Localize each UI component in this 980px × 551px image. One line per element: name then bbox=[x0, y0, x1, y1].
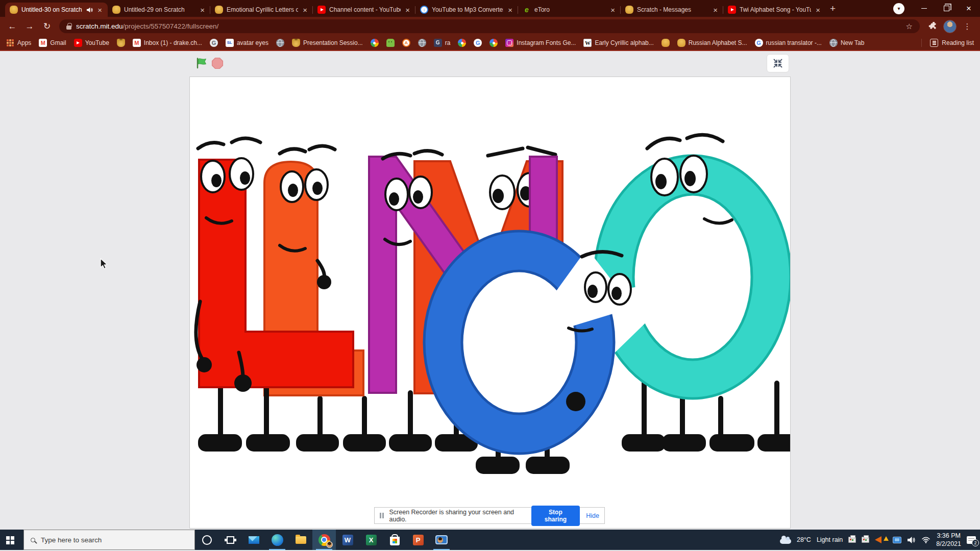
hide-link[interactable]: Hide bbox=[586, 512, 599, 519]
word-app[interactable]: W bbox=[336, 530, 359, 550]
bookmark-creature[interactable] bbox=[386, 39, 395, 47]
edge-app[interactable] bbox=[265, 530, 289, 550]
tab-close-icon[interactable]: × bbox=[302, 6, 308, 14]
weather-desc[interactable]: Light rain bbox=[817, 536, 843, 543]
warning-badge bbox=[884, 536, 889, 541]
store-app[interactable] bbox=[383, 530, 406, 550]
bookmark-google[interactable] bbox=[210, 39, 218, 47]
lock-icon[interactable] bbox=[66, 26, 71, 30]
reload-button[interactable]: ↻ bbox=[40, 19, 54, 34]
bookmark-instagram-fonts[interactable]: Instagram Fonts Ge... bbox=[505, 39, 576, 47]
bookmark-label: Presentation Sessio... bbox=[303, 39, 363, 46]
bookmark-russian-translator[interactable]: russian translator -... bbox=[755, 39, 822, 47]
tab-etoro[interactable]: eToro × bbox=[518, 3, 621, 17]
browser-menu-icon[interactable]: ⋮ bbox=[960, 19, 975, 34]
file-explorer-app[interactable] bbox=[289, 530, 312, 550]
excel-app[interactable]: X bbox=[359, 530, 383, 550]
windows-logo-icon bbox=[6, 536, 10, 540]
tab-title: YouTube to Mp3 Converter bbox=[432, 6, 503, 13]
tab-twi-alphabet[interactable]: Twi Alphabet Song - YouTu × bbox=[723, 3, 826, 17]
bookmark-inbox[interactable]: Inbox (1) - drake.ch... bbox=[133, 39, 202, 47]
display-settings-icon[interactable] bbox=[893, 537, 901, 543]
tab-audio-icon[interactable] bbox=[86, 7, 93, 13]
green-creature-icon bbox=[386, 39, 395, 47]
extensions-puzzle-icon[interactable] bbox=[925, 19, 940, 34]
start-button[interactable] bbox=[0, 530, 23, 550]
media-controls-button[interactable]: ▾ bbox=[893, 3, 904, 14]
profile-avatar[interactable] bbox=[943, 20, 957, 33]
action-center-icon[interactable]: 2 bbox=[967, 536, 976, 544]
tab-untitled-30[interactable]: Untitled-30 on Scratch × bbox=[5, 3, 108, 17]
goldwave-icon[interactable] bbox=[875, 536, 881, 543]
bookmark-avatar-eyes[interactable]: avatar eyes bbox=[226, 39, 268, 47]
microsoft-store-icon bbox=[390, 537, 400, 545]
globe-icon bbox=[276, 39, 284, 47]
taskbar-search[interactable]: Type here to search bbox=[23, 530, 195, 550]
taskbar-clock[interactable]: 3:36 PM 8/2/2021 bbox=[936, 532, 961, 548]
printer-icon[interactable] bbox=[848, 537, 856, 543]
green-flag-button[interactable] bbox=[195, 57, 208, 69]
weather-icon[interactable] bbox=[780, 539, 791, 544]
tab-close-icon[interactable]: × bbox=[199, 6, 206, 14]
task-view-button[interactable] bbox=[218, 530, 242, 550]
tab-mp3-converter[interactable]: YouTube to Mp3 Converter × bbox=[415, 3, 518, 17]
tab-close-icon[interactable]: × bbox=[404, 6, 411, 14]
tab-strip: Untitled-30 on Scratch × Untitled-29 on … bbox=[0, 0, 980, 17]
stop-sharing-button[interactable]: Stop sharing bbox=[531, 506, 580, 526]
bookmark-russian-alphabet[interactable]: Russian Alphabet S... bbox=[677, 39, 747, 47]
tab-close-icon[interactable]: × bbox=[609, 6, 616, 14]
bookmark-presentation[interactable]: Presentation Sessio... bbox=[292, 39, 363, 47]
bookmark-photos3[interactable] bbox=[489, 39, 498, 47]
screen-recorder-app[interactable] bbox=[430, 530, 453, 550]
tab-channel-content[interactable]: Channel content - YouTube × bbox=[313, 3, 415, 17]
bookmark-label: New Tab bbox=[841, 39, 864, 46]
page-content: Screen Recorder is sharing your screen a… bbox=[0, 51, 980, 530]
bookmark-youtube[interactable]: YouTube bbox=[74, 39, 109, 47]
minimize-button[interactable] bbox=[913, 0, 935, 17]
tab-emotional-cyrillic[interactable]: Emotional Cyrillic Letters o × bbox=[210, 3, 313, 17]
reading-list[interactable]: Reading list bbox=[921, 39, 974, 47]
cortana-button[interactable] bbox=[195, 530, 218, 550]
bookmark-photos2[interactable] bbox=[458, 39, 466, 47]
bookmark-google2[interactable] bbox=[474, 39, 482, 47]
address-bar[interactable]: scratch.mit.edu/projects/557507422/fulls… bbox=[59, 19, 920, 33]
printer-icon[interactable] bbox=[862, 537, 869, 543]
bookmark-orange-a[interactable] bbox=[402, 39, 410, 47]
bookmark-early-cyrillic[interactable]: Early Cyrillic alphab... bbox=[583, 39, 653, 47]
bookmark-photos[interactable] bbox=[371, 39, 379, 47]
excel-icon: X bbox=[366, 535, 377, 545]
stop-button[interactable] bbox=[211, 57, 224, 69]
tab-close-icon[interactable]: × bbox=[815, 6, 821, 14]
bookmark-new-tab[interactable]: New Tab bbox=[829, 39, 864, 47]
volume-icon[interactable] bbox=[907, 536, 916, 544]
bookmark-apps[interactable]: Apps bbox=[6, 39, 31, 47]
forward-button[interactable]: → bbox=[22, 19, 37, 34]
clock-date: 8/2/2021 bbox=[936, 540, 961, 548]
scratch-stage[interactable] bbox=[189, 77, 791, 529]
weather-temp[interactable]: 28°C bbox=[797, 536, 811, 543]
bookmark-scratch[interactable] bbox=[662, 39, 670, 47]
bookmark-moneybag[interactable] bbox=[117, 39, 125, 47]
back-button[interactable]: ← bbox=[5, 19, 19, 34]
restore-button[interactable] bbox=[935, 0, 958, 17]
tab-close-icon[interactable]: × bbox=[712, 6, 719, 14]
mail-app[interactable] bbox=[242, 530, 265, 550]
bookmark-globe[interactable] bbox=[276, 39, 284, 47]
chrome-app[interactable] bbox=[312, 530, 336, 550]
powerpoint-app[interactable]: P bbox=[406, 530, 430, 550]
bookmark-label: ra bbox=[445, 39, 451, 46]
new-tab-button[interactable]: + bbox=[830, 3, 836, 14]
close-window-button[interactable]: × bbox=[958, 0, 980, 17]
tab-untitled-29[interactable]: Untitled-29 on Scratch × bbox=[108, 3, 210, 17]
wifi-icon[interactable] bbox=[921, 536, 930, 543]
bookmark-star-icon[interactable]: ☆ bbox=[906, 22, 913, 31]
bookmark-label: Instagram Fonts Ge... bbox=[517, 39, 576, 46]
tab-close-icon[interactable]: × bbox=[96, 6, 103, 14]
bookmark-globe2[interactable] bbox=[418, 39, 426, 47]
exit-fullscreen-button[interactable] bbox=[767, 54, 789, 72]
tab-close-icon[interactable]: × bbox=[507, 6, 513, 14]
bookmark-gmail[interactable]: Gmail bbox=[39, 39, 66, 47]
url-text[interactable]: scratch.mit.edu/projects/557507422/fulls… bbox=[76, 22, 218, 30]
tab-scratch-messages[interactable]: Scratch - Messages × bbox=[621, 3, 723, 17]
bookmark-ra[interactable]: ra bbox=[434, 39, 451, 47]
